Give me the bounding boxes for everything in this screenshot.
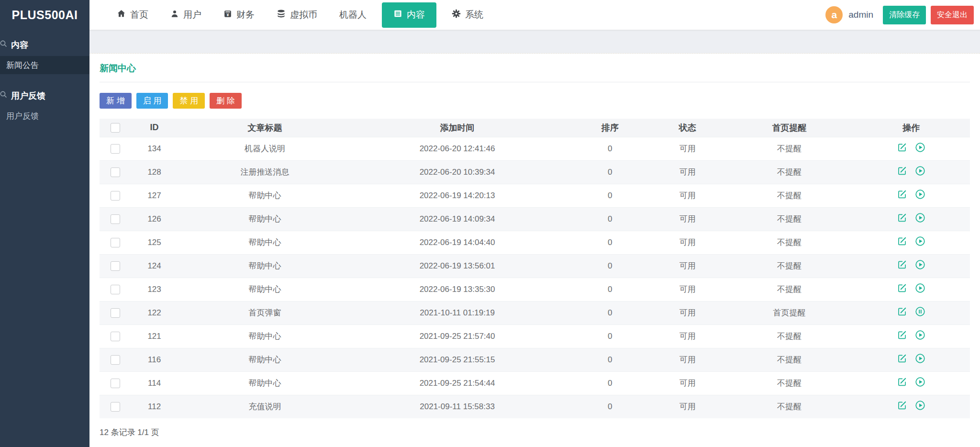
svg-text:¥: ¥ <box>226 12 229 17</box>
play-icon[interactable] <box>914 235 926 247</box>
row-checkbox[interactable] <box>111 261 120 271</box>
row-checkbox[interactable] <box>111 355 120 365</box>
operations-group <box>896 189 926 200</box>
cell-title: 帮助中心 <box>187 184 343 207</box>
cell-sort: 0 <box>571 395 649 418</box>
nav-item-finance[interactable]: ¥ 财务 <box>212 0 266 30</box>
row-checkbox[interactable] <box>111 238 120 247</box>
nav-item-users[interactable]: 用户 <box>159 0 212 30</box>
edit-icon[interactable] <box>896 353 908 364</box>
cell-operations <box>852 160 970 184</box>
table-row: 126帮助中心2022-06-19 14:09:340可用不提醒 <box>100 207 970 231</box>
cell-operations <box>852 231 970 254</box>
sidebar-item-user-feedback[interactable]: 用户反馈 <box>0 107 89 125</box>
nav-item-label: 财务 <box>236 9 255 21</box>
cell-id: 124 <box>122 254 187 278</box>
nav-item-crypto[interactable]: 虚拟币 <box>266 0 328 30</box>
edit-icon[interactable] <box>896 212 908 224</box>
logout-button[interactable]: 安全退出 <box>931 6 974 24</box>
edit-icon[interactable] <box>896 142 908 153</box>
cell-time: 2022-06-19 14:09:34 <box>343 207 571 231</box>
page: 新闻中心 新 增 启 用 禁 用 删 除 ID <box>89 54 980 447</box>
row-checkbox-cell <box>100 254 122 278</box>
nav-item-label: 虚拟币 <box>290 9 317 21</box>
play-icon[interactable] <box>914 189 926 200</box>
main-area: 首页 用户 ¥ 财务 虚拟币 机器人 <box>89 0 980 447</box>
play-icon[interactable] <box>914 353 926 364</box>
edit-icon[interactable] <box>896 376 908 388</box>
operations-group <box>896 259 926 270</box>
play-icon[interactable] <box>914 142 926 153</box>
table-row: 124帮助中心2022-06-19 13:56:010可用不提醒 <box>100 254 970 278</box>
sidebar-item-content[interactable]: 内容 <box>0 34 89 56</box>
sidebar-item-news-announcements[interactable]: 新闻公告 <box>0 56 89 74</box>
news-table: ID 文章标题 添加时间 排序 状态 首页提醒 操作 134机器人说明2022-… <box>100 119 970 418</box>
column-header-remind: 首页提醒 <box>726 119 853 137</box>
cell-operations <box>852 348 970 371</box>
play-icon[interactable] <box>914 259 926 270</box>
edit-icon[interactable] <box>896 165 908 177</box>
row-checkbox[interactable] <box>111 332 120 341</box>
edit-icon[interactable] <box>896 259 908 270</box>
play-icon[interactable] <box>914 329 926 341</box>
top-navbar: 首页 用户 ¥ 财务 虚拟币 机器人 <box>89 0 980 30</box>
enable-button[interactable]: 启 用 <box>136 93 168 109</box>
nav-item-system[interactable]: 系统 <box>441 0 494 30</box>
edit-icon[interactable] <box>896 189 908 200</box>
cell-remind: 不提醒 <box>726 207 853 231</box>
content-top-band <box>89 30 980 54</box>
row-checkbox[interactable] <box>111 285 120 294</box>
edit-icon[interactable] <box>896 306 908 317</box>
row-checkbox[interactable] <box>111 144 120 154</box>
table-row: 122首页弹窗2021-10-11 01:19:190可用首页提醒 <box>100 301 970 324</box>
sidebar-item-user-feedback-section[interactable]: 用户反馈 <box>0 85 89 107</box>
avatar[interactable]: a <box>825 6 843 23</box>
play-icon[interactable] <box>914 282 926 294</box>
row-checkbox-cell <box>100 278 122 301</box>
add-button[interactable]: 新 增 <box>100 93 132 109</box>
disable-button[interactable]: 禁 用 <box>173 93 205 109</box>
sidebar-section-label: 内容 <box>11 39 28 51</box>
row-checkbox-cell <box>100 371 122 395</box>
row-checkbox[interactable] <box>111 191 120 201</box>
pause-icon[interactable] <box>914 306 926 317</box>
edit-icon[interactable] <box>896 400 908 411</box>
row-checkbox[interactable] <box>111 402 120 412</box>
clear-cache-button[interactable]: 清除缓存 <box>883 6 926 24</box>
delete-button[interactable]: 删 除 <box>210 93 242 109</box>
nav-item-content[interactable]: 内容 <box>382 2 436 28</box>
row-checkbox[interactable] <box>111 214 120 224</box>
row-checkbox[interactable] <box>111 308 120 318</box>
cell-remind: 不提醒 <box>726 324 853 348</box>
play-icon[interactable] <box>914 212 926 224</box>
row-checkbox[interactable] <box>111 379 120 388</box>
operations-group <box>896 282 926 294</box>
nav-item-label: 系统 <box>465 9 483 21</box>
operations-group <box>896 165 926 177</box>
edit-icon[interactable] <box>896 329 908 341</box>
row-checkbox-cell <box>100 301 122 324</box>
coins-icon <box>277 9 286 21</box>
table-row: 121帮助中心2021-09-25 21:57:400可用不提醒 <box>100 324 970 348</box>
operations-group <box>896 306 926 317</box>
play-icon[interactable] <box>914 376 926 388</box>
play-icon[interactable] <box>914 400 926 411</box>
cell-remind: 不提醒 <box>726 395 853 418</box>
edit-icon[interactable] <box>896 282 908 294</box>
select-all-checkbox[interactable] <box>111 123 120 133</box>
nav-item-robots[interactable]: 机器人 <box>328 0 378 30</box>
cell-status: 可用 <box>649 395 726 418</box>
row-checkbox[interactable] <box>111 168 120 177</box>
cell-time: 2022-06-20 12:41:46 <box>343 137 571 160</box>
header-checkbox-cell <box>100 119 122 137</box>
column-header-id: ID <box>122 119 187 137</box>
cell-remind: 不提醒 <box>726 278 853 301</box>
user-icon <box>170 10 179 21</box>
nav-item-home[interactable]: 首页 <box>106 0 159 30</box>
column-header-time: 添加时间 <box>343 119 571 137</box>
edit-icon[interactable] <box>896 235 908 247</box>
cell-sort: 0 <box>571 184 649 207</box>
operations-group <box>896 212 926 224</box>
search-icon <box>1 90 8 101</box>
play-icon[interactable] <box>914 165 926 177</box>
